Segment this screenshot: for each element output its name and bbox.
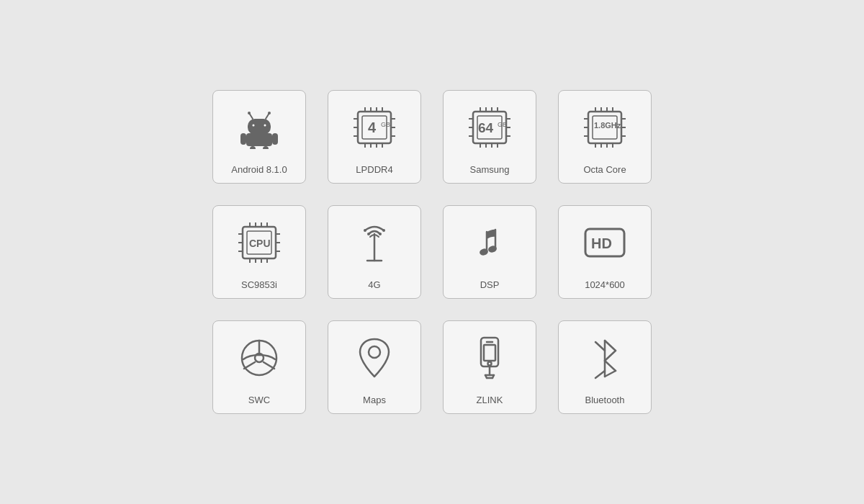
- 4g-label: 4G: [368, 279, 380, 291]
- card-zlink: ZLINK: [443, 320, 536, 414]
- svg-rect-0: [248, 119, 271, 135]
- svg-line-115: [595, 371, 605, 378]
- svg-point-85: [379, 233, 382, 235]
- chip-64gb-icon: 64 GB: [444, 91, 536, 164]
- card-samsung: 64 GB Samsung: [443, 90, 536, 184]
- octa-core-label: Octa Core: [583, 164, 626, 176]
- card-android: Android 8.1.0: [212, 90, 306, 184]
- svg-point-84: [367, 233, 370, 235]
- steering-icon: [213, 321, 305, 395]
- svg-line-110: [605, 341, 616, 351]
- android-label: Android 8.1.0: [231, 164, 287, 176]
- svg-rect-8: [240, 133, 246, 145]
- svg-line-111: [605, 351, 616, 361]
- hd-icon: HD: [559, 206, 651, 279]
- card-dsp: DSP: [443, 205, 536, 299]
- svg-line-98: [264, 362, 274, 369]
- svg-point-6: [248, 112, 251, 114]
- chip-4gb-icon: 4 GB: [328, 91, 420, 164]
- svg-rect-11: [263, 146, 269, 149]
- card-octa-core: 1.8GHz Octa Core: [558, 90, 652, 184]
- svg-rect-1: [246, 133, 272, 146]
- maps-icon: [328, 321, 420, 395]
- svg-point-86: [364, 229, 366, 232]
- signal-icon: [328, 206, 420, 279]
- card-maps: Maps: [328, 320, 421, 414]
- svg-line-97: [244, 362, 255, 369]
- svg-rect-102: [484, 345, 495, 361]
- svg-line-112: [605, 361, 616, 371]
- card-sc9853i: CPU SC9853i: [212, 205, 306, 299]
- card-lpddr4: 4 GB LPDDR4: [328, 90, 421, 184]
- samsung-label: Samsung: [470, 164, 510, 176]
- svg-point-103: [488, 361, 492, 365]
- svg-point-3: [264, 124, 267, 127]
- svg-line-114: [595, 342, 605, 351]
- android-icon: [213, 91, 305, 164]
- svg-text:4: 4: [368, 120, 377, 135]
- maps-label: Maps: [363, 395, 386, 406]
- card-bluetooth: Bluetooth: [558, 320, 652, 414]
- svg-text:1.8GHz: 1.8GHz: [594, 121, 621, 130]
- feature-grid: Android 8.1.0: [212, 90, 652, 414]
- svg-line-113: [605, 371, 616, 377]
- cpu-icon: CPU: [213, 206, 305, 279]
- svg-text:GB: GB: [381, 121, 390, 128]
- svg-text:CPU: CPU: [249, 238, 271, 249]
- sc9853i-label: SC9853i: [241, 279, 277, 291]
- card-resolution: HD 1024*600: [558, 205, 652, 299]
- dsp-label: DSP: [480, 279, 500, 291]
- chip-18ghz-icon: 1.8GHz: [559, 91, 651, 164]
- swc-label: SWC: [248, 395, 270, 406]
- bluetooth-icon: [559, 321, 651, 395]
- zlink-label: ZLINK: [477, 395, 503, 406]
- svg-rect-10: [250, 146, 256, 149]
- svg-text:HD: HD: [591, 235, 612, 251]
- svg-point-7: [268, 112, 271, 114]
- card-4g: 4G: [328, 205, 421, 299]
- card-swc: SWC: [212, 320, 306, 414]
- svg-point-99: [369, 346, 380, 358]
- zlink-icon: [444, 321, 536, 395]
- resolution-label: 1024*600: [585, 279, 625, 291]
- lpddr4-label: LPDDR4: [356, 164, 392, 176]
- music-icon: [444, 206, 536, 279]
- svg-text:GB: GB: [498, 121, 507, 128]
- svg-point-87: [382, 229, 385, 232]
- svg-text:64: 64: [478, 120, 494, 135]
- svg-point-2: [252, 124, 256, 127]
- svg-rect-9: [272, 133, 278, 145]
- bluetooth-label: Bluetooth: [585, 395, 625, 406]
